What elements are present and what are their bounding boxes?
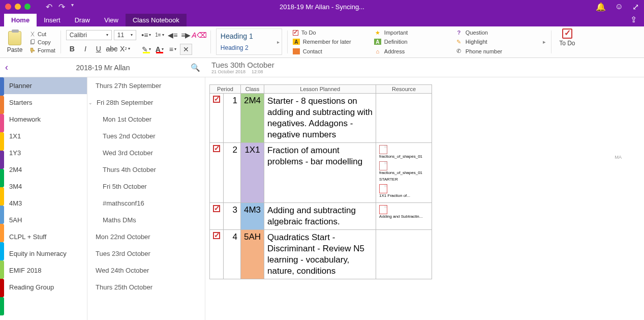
todo-checkbox[interactable] — [213, 232, 220, 239]
cell-class[interactable]: 4M3 — [241, 202, 264, 229]
search-icon[interactable]: 🔍 — [191, 63, 200, 72]
table-row[interactable]: 12M4Starter - 8 questions on adding and … — [210, 94, 432, 143]
cut-button[interactable]: Cut — [29, 31, 55, 38]
file-attachment[interactable]: 1X1 Fraction of... — [379, 184, 428, 198]
tag-todo[interactable]: ✓To Do — [293, 28, 369, 37]
underline-button[interactable]: U — [93, 43, 105, 54]
section-item[interactable]: Reading Group — [0, 279, 87, 296]
cell-class[interactable]: 2M4 — [241, 94, 264, 143]
style-heading1[interactable]: Heading 1 — [221, 32, 278, 40]
minimize-window[interactable] — [15, 4, 21, 10]
paste-button[interactable]: Paste — [4, 28, 25, 55]
page-title[interactable]: Tues 30th October — [211, 61, 638, 69]
page-item[interactable]: Mon 1st October — [87, 111, 205, 128]
cell-resource[interactable]: Adding and Subtractin... — [376, 202, 432, 229]
tag-important[interactable]: ★Important — [374, 28, 450, 37]
file-attachment[interactable]: fractions_of_shapes_01 — [379, 161, 428, 176]
section-item[interactable]: 1X1 — [0, 128, 87, 144]
cell-period[interactable]: 1 — [224, 94, 241, 143]
tab-class-notebook[interactable]: Class Notebook — [126, 14, 187, 26]
todo-checkbox[interactable] — [213, 205, 220, 212]
indent-button[interactable]: ≡▶ — [180, 30, 192, 41]
numbering-button[interactable]: 1≡▾ — [154, 30, 166, 41]
table-row[interactable]: 34M3Adding and subtracting algebraic fra… — [210, 202, 432, 229]
section-item[interactable]: 1Y3 — [0, 144, 87, 161]
back-button[interactable]: ‹ — [5, 62, 15, 73]
tags-expand-icon[interactable]: ▸ — [543, 39, 546, 45]
page-item[interactable]: Tues 23rd October — [87, 245, 205, 262]
cell-period[interactable]: 4 — [224, 229, 241, 279]
section-item[interactable]: Starters — [0, 94, 87, 111]
cell-resource[interactable] — [376, 229, 432, 279]
italic-button[interactable]: I — [79, 43, 91, 54]
tag-remember[interactable]: ARemember for later — [293, 38, 369, 46]
cell-lesson[interactable]: Starter - 8 questions on adding and subt… — [264, 94, 376, 143]
outdent-button[interactable]: ◀≡ — [167, 30, 179, 41]
tab-view[interactable]: View — [97, 14, 126, 26]
zoom-window[interactable] — [24, 4, 30, 10]
section-item[interactable]: 3M4 — [0, 178, 87, 195]
cell-lesson[interactable]: Adding and subtracting algebraic fractio… — [264, 202, 376, 229]
page-item[interactable]: Tues 2nd October — [87, 128, 205, 144]
page-canvas[interactable]: Period Class Lesson Planned Resource 12M… — [205, 77, 644, 320]
undo-icon[interactable]: ↶ — [46, 2, 52, 12]
cell-resource[interactable]: fractions_of_shapes_01fractions_of_shape… — [376, 143, 432, 202]
section-item[interactable]: 5AH — [0, 212, 87, 228]
align-button[interactable]: ≡▾ — [167, 44, 179, 55]
planner-table[interactable]: Period Class Lesson Planned Resource 12M… — [209, 84, 432, 279]
table-row[interactable]: 21X1Fraction of amount problems - bar mo… — [210, 143, 432, 202]
todo-tag-button[interactable]: To Do — [557, 28, 578, 55]
section-item[interactable]: Homework — [0, 111, 87, 128]
font-family-select[interactable]: Calibri▾ — [66, 30, 112, 40]
feedback-icon[interactable]: ☺ — [615, 2, 623, 11]
tab-draw[interactable]: Draw — [68, 14, 97, 26]
page-item[interactable]: Thurs 27th September — [87, 77, 205, 94]
page-item[interactable]: Fri 5th October — [87, 178, 205, 195]
todo-checkbox[interactable] — [213, 145, 220, 152]
cell-class[interactable]: 5AH — [241, 229, 264, 279]
cell-period[interactable]: 2 — [224, 143, 241, 202]
page-item[interactable]: Wed 3rd October — [87, 144, 205, 161]
notebook-name[interactable]: 2018-19 Mr Allan — [15, 64, 191, 72]
tag-question[interactable]: ?Question — [455, 28, 537, 37]
chevron-down-icon[interactable]: ⌄ — [88, 100, 94, 105]
section-item[interactable]: CLPL + Stuff — [0, 228, 87, 245]
file-attachment[interactable]: STARTER — [379, 178, 428, 182]
bold-button[interactable]: B — [66, 43, 78, 54]
close-window[interactable] — [5, 4, 11, 10]
styles-expand-icon[interactable]: ▸ — [277, 39, 280, 45]
todo-checkbox[interactable] — [213, 96, 220, 103]
tab-insert[interactable]: Insert — [37, 14, 68, 26]
style-heading2[interactable]: Heading 2 — [221, 44, 278, 51]
styles-gallery[interactable]: Heading 1 Heading 2 ▸ — [216, 28, 282, 55]
page-item[interactable]: #mathsconf16 — [87, 195, 205, 212]
format-painter-button[interactable]: Format — [29, 47, 55, 54]
redo-icon[interactable]: ↷ — [58, 2, 65, 12]
cell-lesson[interactable]: Fraction of amount problems - bar modell… — [264, 143, 376, 202]
cell-period[interactable]: 3 — [224, 202, 241, 229]
section-item[interactable]: 4M3 — [0, 195, 87, 212]
section-item[interactable]: EMIF 2018 — [0, 262, 87, 279]
page-item[interactable]: Mon 22nd October — [87, 228, 205, 245]
file-attachment[interactable]: fractions_of_shapes_01 — [379, 145, 428, 159]
highlight-button[interactable]: ✎▾ — [140, 44, 152, 55]
cell-lesson[interactable]: Quadratics Start - Discriminant - Review… — [264, 229, 376, 279]
section-item[interactable]: Planner — [0, 77, 87, 94]
section-item[interactable]: Equity in Numeracy — [0, 245, 87, 262]
table-row[interactable]: 45AHQuadratics Start - Discriminant - Re… — [210, 229, 432, 279]
tag-highlight[interactable]: ✎Highlight — [455, 38, 537, 46]
tab-home[interactable]: Home — [4, 14, 37, 26]
strike-button[interactable]: abc — [106, 43, 118, 54]
tag-phone[interactable]: ✆Phone number — [455, 47, 537, 55]
clear-format-button[interactable]: A⌫ — [193, 30, 205, 41]
page-item[interactable]: ⌄Fri 28th September — [87, 94, 205, 111]
section-item[interactable]: 2M4 — [0, 161, 87, 178]
page-item[interactable]: Thurs 25th October — [87, 279, 205, 296]
page-item[interactable]: Thurs 4th October — [87, 161, 205, 178]
font-color-button[interactable]: A▾ — [154, 44, 166, 55]
share-icon[interactable]: ⇪ — [630, 15, 637, 26]
delete-button[interactable]: ✕ — [180, 44, 192, 55]
notifications-icon[interactable]: 🔔 — [596, 2, 606, 12]
page-item[interactable]: Maths DMs — [87, 212, 205, 228]
cell-resource[interactable] — [376, 94, 432, 143]
